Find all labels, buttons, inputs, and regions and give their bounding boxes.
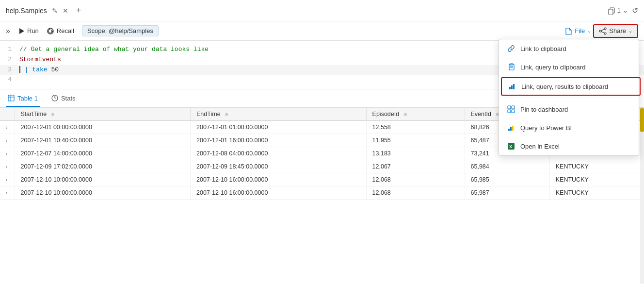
svg-point-5 — [604, 28, 606, 30]
open-excel-label: Open in Excel — [520, 143, 560, 150]
tab-stats-label: Stats — [61, 95, 76, 102]
svg-rect-10 — [8, 95, 14, 101]
link-query-clipboard-label: Link, query to clipboard — [520, 64, 585, 71]
run-icon — [18, 28, 25, 34]
link-query-results-label: Link, query, results to clipboard — [521, 83, 608, 90]
dropdown-item-link-clipboard[interactable]: Link to clipboard — [499, 39, 639, 58]
powerbi-icon — [507, 124, 515, 132]
excel-icon: X — [507, 142, 515, 151]
run-button[interactable]: Run — [18, 27, 39, 34]
row-expand-4[interactable]: › — [6, 164, 7, 169]
power-bi-icon — [507, 123, 515, 132]
cursor — [19, 66, 20, 73]
row5-state: KENTUCKY — [549, 173, 644, 186]
scrollbar-track[interactable] — [640, 108, 644, 284]
row-expand-6[interactable]: › — [6, 190, 7, 196]
row-expand-2[interactable]: › — [6, 138, 7, 143]
row4-endtime: 2007-12-09 18:45:00.0000 — [191, 160, 367, 173]
row6-episode: 12,068 — [366, 186, 465, 200]
excel-svg-icon: X — [507, 142, 515, 150]
row5-event: 65,985 — [465, 173, 549, 186]
edit-icon[interactable]: ✎ — [52, 7, 58, 15]
col-episodeid[interactable]: EpisodeId ≡ — [366, 108, 465, 121]
row1-starttime: 2007-12-01 00:00:00.0000 — [15, 121, 191, 134]
svg-line-9 — [601, 32, 604, 33]
row4-episode: 12,067 — [366, 160, 465, 173]
row5-episode: 12,068 — [366, 173, 465, 186]
tab-title: help.Samples — [6, 7, 47, 15]
svg-rect-34 — [512, 126, 514, 131]
copy-count-button[interactable]: 1 ⌄ — [608, 7, 628, 15]
line-number-1: 1 — [0, 45, 19, 55]
row6-starttime: 2007-12-10 10:00:00.0000 — [15, 186, 191, 200]
pin-dashboard-label: Pin to dashboard — [520, 106, 568, 113]
collapse-button[interactable]: » — [6, 27, 10, 35]
table-row: › 2007-12-10 10:00:00.0000 2007-12-10 16… — [0, 173, 644, 186]
row4-state: KENTUCKY — [549, 160, 644, 173]
table-row: › 2007-12-10 10:00:00.0000 2007-12-10 16… — [0, 186, 644, 200]
svg-text:X: X — [509, 144, 512, 149]
dropdown-item-link-query-clipboard[interactable]: Link, query to clipboard — [499, 58, 639, 76]
share-chevron[interactable]: ⌄ — [628, 28, 632, 34]
link-query-results-icon — [508, 82, 516, 91]
svg-rect-1 — [609, 9, 613, 15]
row2-starttime: 2007-12-01 10:40:00.0000 — [15, 134, 191, 147]
recall-button[interactable]: Recall — [47, 27, 74, 35]
toolbar: » Run Recall Scope: @help/Samples — [0, 21, 644, 41]
dropdown-item-pin-dashboard[interactable]: Pin to dashboard — [499, 100, 639, 118]
clipboard-query-icon — [507, 63, 515, 71]
row2-endtime: 2007-12-01 16:00:00.0000 — [191, 134, 367, 147]
row-expand-3[interactable]: › — [6, 151, 7, 156]
row1-episode: 12,558 — [366, 121, 465, 134]
file-button[interactable]: File ⌄ — [564, 27, 591, 35]
row-expand-1[interactable]: › — [6, 125, 7, 130]
recall-icon — [47, 27, 54, 35]
row5-endtime: 2007-12-10 16:00:00.0000 — [191, 173, 367, 186]
share-dropdown: Link to clipboard Link, query to clipboa… — [499, 39, 639, 156]
dropdown-item-open-excel[interactable]: X Open in Excel — [499, 137, 639, 155]
scope-badge: Scope: @help/Samples — [82, 25, 159, 36]
line-number-3: 3 — [0, 65, 19, 75]
svg-point-7 — [604, 33, 606, 34]
row3-starttime: 2007-12-07 14:00:00.0000 — [15, 147, 191, 160]
add-tab-button[interactable]: + — [76, 5, 81, 16]
svg-rect-32 — [508, 129, 510, 131]
top-bar: help.Samples ✎ ✕ + 1 ⌄ ↺ — [0, 0, 644, 21]
col-endtime[interactable]: EndTime ≡ — [191, 108, 367, 121]
line-number-4: 4 — [0, 75, 19, 85]
share-button[interactable]: Share ⌄ — [593, 24, 638, 38]
svg-marker-2 — [19, 28, 24, 34]
svg-rect-30 — [508, 110, 511, 113]
svg-rect-33 — [510, 127, 512, 131]
row4-starttime: 2007-12-09 17:02:00.0000 — [15, 160, 191, 173]
dropdown-item-power-bi[interactable]: Query to Power BI — [499, 118, 639, 137]
line-number-2: 2 — [0, 55, 19, 65]
table-icon — [8, 95, 15, 101]
toolbar-right: File ⌄ Share ⌄ — [564, 24, 638, 38]
close-tab-icon[interactable]: ✕ — [63, 7, 68, 15]
tab-table1[interactable]: Table 1 — [6, 91, 40, 107]
share-icon — [599, 27, 607, 35]
tab-stats[interactable]: Stats — [49, 91, 78, 107]
row-expand-5[interactable]: › — [6, 177, 7, 183]
dropdown-item-link-query-results[interactable]: Link, query, results to clipboard — [501, 77, 641, 96]
row3-endtime: 2007-12-08 04:00:00.0000 — [191, 147, 367, 160]
row5-starttime: 2007-12-10 10:00:00.0000 — [15, 173, 191, 186]
copy-chevron[interactable]: ⌄ — [623, 7, 628, 14]
scrollbar-thumb[interactable] — [640, 108, 644, 132]
row3-episode: 13,183 — [366, 147, 465, 160]
svg-rect-26 — [511, 85, 513, 89]
row2-episode: 11,955 — [366, 134, 465, 147]
svg-point-6 — [599, 30, 601, 32]
row6-endtime: 2007-12-10 16:00:00.0000 — [191, 186, 367, 200]
undo-button[interactable]: ↺ — [632, 6, 638, 15]
col-starttime[interactable]: StartTime ≡ — [15, 108, 191, 121]
link-clipboard-icon — [507, 44, 515, 53]
copy-icon — [608, 7, 615, 15]
row6-event: 65,987 — [465, 186, 549, 200]
link-clipboard-label: Link to clipboard — [520, 45, 566, 52]
row4-event: 65,984 — [465, 160, 549, 173]
svg-line-8 — [601, 29, 604, 31]
link-query-clipboard-icon — [507, 63, 515, 71]
file-chevron[interactable]: ⌄ — [587, 28, 591, 34]
